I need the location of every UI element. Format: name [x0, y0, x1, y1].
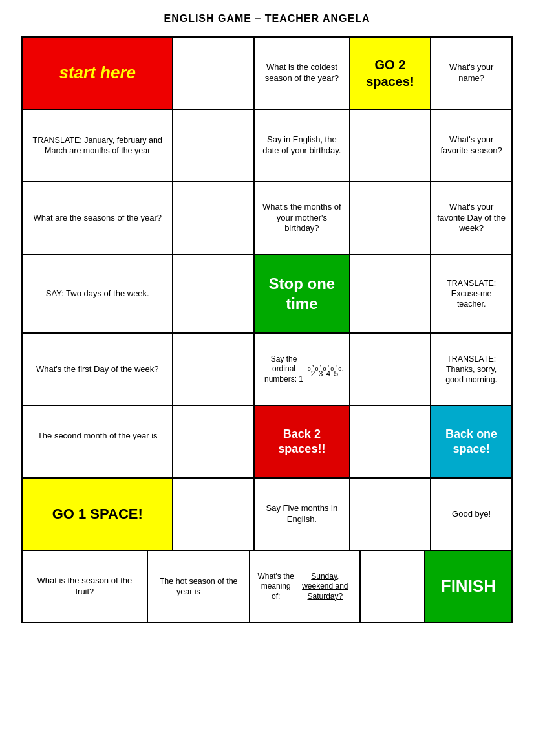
cell-first-day: What's the first Day of the week? — [23, 334, 173, 405]
cell-empty-r1 — [173, 38, 255, 109]
cell-birthday-date: Say in English, the date of your birthda… — [255, 110, 350, 181]
cell-translate2: TRANSLATE: Excuse-me teacher. — [431, 255, 511, 332]
cell-translate3: TRANSLATE: Thanks, sorry, good morning. — [431, 334, 511, 405]
cell-empty-r7 — [173, 479, 255, 550]
cell-coldest: What is the coldest season of the year? — [255, 38, 350, 109]
cell-empty-r3b — [350, 182, 432, 254]
cell-yourname: What's your name? — [431, 38, 511, 109]
cell-empty-r6b — [350, 406, 432, 477]
cell-ordinal: Say the ordinal numbers: 1o, 2o, 3o, 4o,… — [255, 334, 350, 405]
cell-empty-r4 — [173, 255, 255, 332]
cell-seasons: What are the seasons of the year? — [23, 182, 173, 254]
row-2: TRANSLATE: January, february and March a… — [23, 110, 511, 182]
cell-go2: GO 2 spaces! — [350, 38, 432, 109]
cell-empty-r2 — [173, 110, 255, 181]
cell-fav-season: What's your favorite season? — [431, 110, 511, 181]
cell-finish: FINISH — [425, 551, 511, 622]
cell-two-days: SAY: Two days of the week. — [23, 255, 173, 332]
cell-meaning: What's the meaning of: Sunday, weekend a… — [250, 551, 360, 622]
cell-hot-season: The hot season of the year is ____ — [148, 551, 251, 622]
row-4: SAY: Two days of the week. Stop one time… — [23, 255, 511, 334]
cell-go1: GO 1 SPACE! — [23, 479, 173, 550]
cell-fav-day: What's your favorite Day of the week? — [431, 182, 511, 254]
row-7: GO 1 SPACE! Say Five months in English. … — [23, 479, 511, 551]
cell-empty-r5b — [350, 334, 432, 405]
cell-empty-r8 — [361, 551, 425, 622]
cell-season-fruit: What is the season of the fruit? — [23, 551, 148, 622]
cell-second-month: The second month of the year is ____ — [23, 406, 173, 477]
cell-empty-r7b — [350, 479, 432, 550]
row-5: What's the first Day of the week? Say th… — [23, 334, 511, 406]
row-3: What are the seasons of the year? What's… — [23, 182, 511, 255]
page-title: ENGLISH GAME – TEACHER ANGELA — [164, 13, 370, 25]
row-6: The second month of the year is ____ Bac… — [23, 406, 511, 479]
cell-empty-r5 — [173, 334, 255, 405]
cell-five-months: Say Five months in English. — [255, 479, 350, 550]
cell-empty-r4b — [350, 255, 432, 332]
game-board: start here What is the coldest season of… — [21, 36, 513, 623]
cell-stop: Stop one time — [255, 255, 350, 332]
row-8: What is the season of the fruit? The hot… — [23, 551, 511, 622]
cell-empty-r3 — [173, 182, 255, 254]
cell-empty-r2b — [350, 110, 432, 181]
cell-goodbye: Good bye! — [431, 479, 511, 550]
cell-empty-r6 — [173, 406, 255, 477]
cell-back1: Back one space! — [431, 406, 511, 477]
cell-back2: Back 2 spaces!! — [255, 406, 350, 477]
row-1: start here What is the coldest season of… — [23, 38, 511, 110]
cell-mother-bday: What's the months of your mother's birth… — [255, 182, 350, 254]
cell-translate1: TRANSLATE: January, february and March a… — [23, 110, 173, 181]
cell-start: start here — [23, 38, 173, 109]
